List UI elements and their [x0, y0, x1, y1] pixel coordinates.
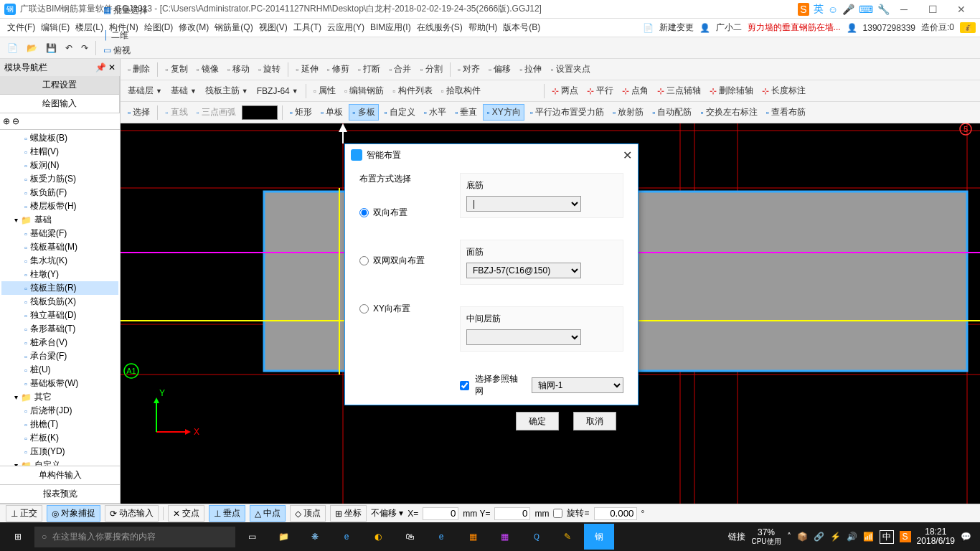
tb2-合并[interactable]: ▫ 合并	[386, 62, 414, 77]
tb2-偏移[interactable]: ▫ 偏移	[486, 62, 514, 77]
app-1-icon[interactable]: ❋	[300, 524, 330, 550]
draw-xy[interactable]: ▫ XY方向	[483, 104, 524, 121]
explorer-icon[interactable]: 📁	[268, 524, 298, 550]
btn-edit[interactable]: ▫ 编辑钢筋	[341, 83, 387, 98]
draw-auto[interactable]: ▫ 自动配筋	[649, 105, 694, 120]
rotate-check[interactable]	[553, 509, 562, 518]
close-button[interactable]: ✕	[947, 4, 976, 15]
draw-line[interactable]: ▫ 直线	[162, 105, 190, 120]
start-button[interactable]: ⊞	[3, 524, 33, 550]
tree-筏板主筋(R)[interactable]: ▫ 筏板主筋(R)	[1, 281, 118, 295]
tab-project-settings[interactable]: 工程设置	[0, 76, 120, 94]
dialog-close-button[interactable]: ✕	[623, 149, 632, 162]
rot-input[interactable]	[594, 507, 637, 520]
pin-icon[interactable]: 📌 ✕	[95, 62, 116, 72]
radio-bidir[interactable]: 双向布置	[359, 207, 446, 219]
new-file-icon[interactable]: 📄	[4, 42, 21, 55]
tb-批量选择[interactable]: ▦ 批量选择	[100, 3, 160, 18]
tree-柱墩(Y)[interactable]: ▫ 柱墩(Y)	[1, 268, 118, 281]
draw-vert[interactable]: ▫ 垂直	[452, 105, 480, 120]
draw-single[interactable]: ▫ 单板	[318, 105, 346, 120]
color-select[interactable]	[242, 105, 278, 120]
snap-coord[interactable]: ⊞ 坐标	[330, 505, 367, 522]
component-tree[interactable]: ▫ 螺旋板(B)▫ 柱帽(V)▫ 板洞(N)▫ 板受力筋(S)▫ 板负筋(F)▫…	[0, 130, 120, 466]
tab-report-preview[interactable]: 报表预览	[0, 485, 120, 504]
tree-基础梁(F)[interactable]: ▫ 基础梁(F)	[1, 227, 118, 240]
edge-icon[interactable]: e	[331, 524, 362, 550]
draw-select[interactable]: ▫ 选择	[125, 105, 153, 120]
ref-axis-select[interactable]: 轴网-1	[532, 377, 623, 393]
tb2-对齐[interactable]: ▫ 对齐	[455, 62, 483, 77]
tb2-拉伸[interactable]: ▫ 拉伸	[517, 62, 545, 77]
tree-筏板负筋(X)[interactable]: ▫ 筏板负筋(X)	[1, 295, 118, 309]
app-active-icon[interactable]: 钢	[584, 524, 614, 550]
draw-view[interactable]: ▫ 查看布筋	[763, 105, 809, 120]
sel-comp[interactable]: 筏板主筋 ▼	[202, 83, 251, 98]
btn-pt2[interactable]: ⊹ 两点	[549, 83, 581, 98]
tray-icon-2[interactable]: 🔗	[814, 532, 824, 542]
tree-条形基础(T)[interactable]: ▫ 条形基础(T)	[1, 322, 118, 336]
btn-del_aux[interactable]: ⊹ 删除辅轴	[707, 83, 756, 98]
x-input[interactable]	[423, 507, 458, 520]
tray-volume-icon[interactable]: 🔊	[847, 532, 857, 542]
app-4-icon[interactable]: ▦	[489, 524, 519, 550]
account[interactable]: 13907298339	[863, 23, 915, 33]
tree-板受力筋(S)[interactable]: ▫ 板受力筋(S)	[1, 172, 118, 186]
menu-视图(V)[interactable]: 视图(V)	[256, 21, 291, 34]
app-5-icon[interactable]: ✎	[552, 524, 583, 550]
save-icon[interactable]: 💾	[43, 42, 60, 55]
menu-BIM应用(I)[interactable]: BIM应用(I)	[367, 21, 414, 34]
menu-在线服务(S)[interactable]: 在线服务(S)	[414, 21, 466, 34]
store-icon[interactable]: 🛍	[395, 524, 425, 550]
draw-edge[interactable]: ▫ 平行边布置受力筋	[527, 105, 607, 120]
tree-独立基础(D)[interactable]: ▫ 独立基础(D)	[1, 309, 118, 322]
tree-集水坑(K)[interactable]: ▫ 集水坑(K)	[1, 254, 118, 268]
btn-dim[interactable]: ⊹ 长度标注	[759, 83, 809, 98]
maximize-button[interactable]: ☐	[918, 4, 947, 15]
tb2-旋转[interactable]: ▫ 旋转	[255, 62, 283, 77]
app-3-icon[interactable]: ▦	[458, 524, 488, 550]
expand-icon[interactable]: ⊕	[3, 116, 10, 126]
tree-板洞(N)[interactable]: ▫ 板洞(N)	[1, 159, 118, 172]
radio-xy[interactable]: XY向布置	[359, 303, 446, 315]
menu-帮助(H)[interactable]: 帮助(H)	[466, 21, 501, 34]
tray-ime[interactable]: 中	[880, 530, 894, 544]
new-change[interactable]: 新建变更	[659, 22, 694, 34]
tree-后浇带(JD)[interactable]: ▫ 后浇带(JD)	[1, 404, 118, 418]
tray-sogou[interactable]: S	[900, 531, 911, 542]
windows-taskbar[interactable]: ⊞ ○ 在这里输入你要搜索的内容 ▭ 📁 ❋ e ◐ 🛍 e ▦ ▦ Ｑ ✎ 钢…	[0, 522, 980, 551]
minimize-button[interactable]: ─	[890, 4, 918, 15]
tree-桩(U)[interactable]: ▫ 桩(U)	[1, 363, 118, 377]
ime-indicator[interactable]: S 英 ☺ 🎤 ⌨ 🔧	[798, 3, 890, 16]
tb2-删除[interactable]: ▫ 删除	[125, 62, 153, 77]
snap-cross[interactable]: ✕ 交点	[168, 505, 204, 522]
radio-double-net[interactable]: 双网双向布置	[359, 255, 446, 267]
taskview-icon[interactable]: ▭	[237, 524, 267, 550]
ortho-toggle[interactable]: ⊥正交	[6, 505, 42, 522]
menu-文件(F)[interactable]: 文件(F)	[4, 21, 38, 34]
emoji-icon[interactable]: ☺	[828, 4, 838, 15]
tree-筏板基础(M)[interactable]: ▫ 筏板基础(M)	[1, 240, 118, 254]
tree-自定义[interactable]: ▾ 📁 自定义	[1, 458, 118, 466]
tool-icon[interactable]: 🔧	[877, 4, 890, 15]
snap-vertex[interactable]: ◇ 顶点	[290, 505, 326, 522]
ie-icon[interactable]: e	[426, 524, 456, 550]
tree-楼层板带(H)[interactable]: ▫ 楼层板带(H)	[1, 199, 118, 213]
open-file-icon[interactable]: 📂	[24, 42, 40, 55]
snap-mid[interactable]: △ 中点	[250, 505, 286, 522]
tb2-分割[interactable]: ▫ 分割	[417, 62, 445, 77]
btn-angle[interactable]: ⊹ 点角	[619, 83, 651, 98]
tree-其它[interactable]: ▾ 📁 其它	[1, 390, 118, 404]
mid-rebar-select[interactable]	[466, 329, 581, 345]
btn-pick[interactable]: ▫ 拾取构件	[438, 83, 484, 98]
sel-layer2[interactable]: 基础 ▼	[168, 83, 199, 98]
osnap-toggle[interactable]: ◎对象捕捉	[47, 505, 100, 522]
search-box[interactable]: ○ 在这里输入你要搜索的内容	[34, 527, 235, 547]
y-input[interactable]	[494, 507, 530, 520]
cancel-button[interactable]: 取消	[573, 412, 616, 430]
draw-swap[interactable]: ▫ 交换左右标注	[697, 105, 760, 120]
tree-螺旋板(B)[interactable]: ▫ 螺旋板(B)	[1, 131, 118, 145]
tray-icon-1[interactable]: 📦	[797, 532, 808, 542]
btn-list[interactable]: ▫ 构件列表	[390, 83, 435, 98]
collapse-icon[interactable]: ⊖	[12, 116, 19, 126]
